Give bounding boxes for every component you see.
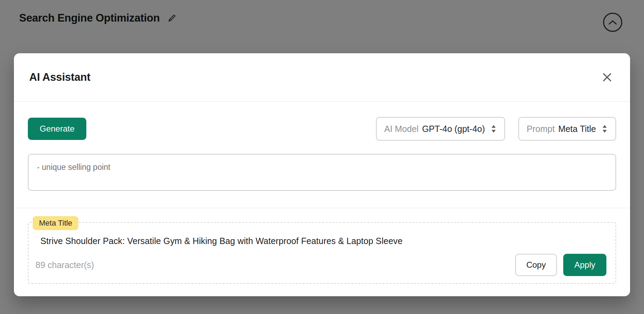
ai-model-select-value: GPT-4o (gpt-4o) [422, 124, 485, 134]
updown-icon [490, 124, 497, 133]
prompt-select-label: Prompt [527, 124, 555, 134]
character-count: 89 character(s) [36, 260, 94, 270]
result-type-badge: Meta Title [33, 216, 78, 230]
prompt-select-value: Meta Title [558, 124, 596, 134]
ai-model-select[interactable]: AI Model GPT-4o (gpt-4o) [376, 117, 505, 141]
controls-section: Generate AI Model GPT-4o (gpt-4o) Prompt… [14, 102, 630, 208]
ai-assistant-modal: AI Assistant Generate AI Model GPT-4o (g… [14, 53, 630, 296]
ai-model-select-label: AI Model [384, 124, 419, 134]
copy-button[interactable]: Copy [515, 254, 557, 276]
modal-title: AI Assistant [29, 71, 91, 84]
result-section: Meta Title Strive Shoulder Pack: Versati… [14, 208, 630, 298]
close-icon[interactable] [599, 70, 615, 85]
result-box: Meta Title Strive Shoulder Pack: Versati… [28, 222, 616, 284]
prompt-input[interactable]: - unique selling point [28, 154, 616, 191]
result-actions: Copy Apply [515, 254, 606, 276]
select-group: AI Model GPT-4o (gpt-4o) Prompt Meta Tit… [376, 117, 616, 141]
generate-button[interactable]: Generate [28, 118, 86, 140]
updown-icon [602, 124, 608, 133]
apply-button[interactable]: Apply [563, 254, 606, 276]
generated-meta-title: Strive Shoulder Pack: Versatile Gym & Hi… [40, 236, 606, 246]
modal-header: AI Assistant [14, 53, 630, 101]
prompt-select[interactable]: Prompt Meta Title [518, 117, 616, 141]
